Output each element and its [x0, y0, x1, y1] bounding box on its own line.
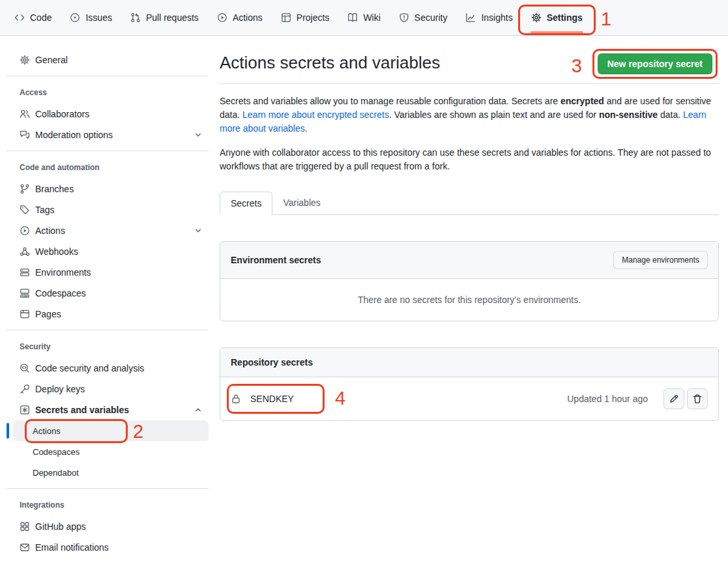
tab-label: Wiki [363, 12, 380, 23]
tab-label: Code [30, 12, 51, 23]
secret-name: SENDKEY [250, 394, 294, 404]
delete-secret-button[interactable] [687, 388, 708, 409]
tab-projects[interactable]: Projects [276, 7, 335, 28]
sidebar-item-label: Moderation options [35, 130, 113, 140]
sidebar-subitem-codespaces[interactable]: Codespaces [13, 441, 209, 462]
tab-label: Actions [233, 12, 263, 23]
sidebar-item-label: Environments [35, 267, 91, 278]
annotation-number-1: 1 [601, 10, 611, 29]
sidebar-section-title-access: Access [7, 81, 209, 104]
sidebar-subitem-dependabot[interactable]: Dependabot [13, 462, 209, 483]
sidebar-item-general[interactable]: General [7, 50, 209, 70]
codespaces-icon [20, 288, 30, 298]
sidebar-item-deploy-keys[interactable]: Deploy keys [7, 379, 209, 399]
chevron-down-icon [194, 227, 202, 235]
people-icon [20, 109, 30, 119]
repository-secrets-card: Repository secrets SENDKEY Updated 1 hou… [220, 347, 719, 421]
sidebar-item-tags[interactable]: Tags [7, 199, 209, 220]
tab-pull-requests[interactable]: Pull requests [125, 7, 204, 28]
annotation-number-4: 4 [335, 389, 345, 408]
tab-insights[interactable]: Insights [460, 7, 517, 28]
tag-icon [20, 205, 30, 215]
annotation-number-2: 2 [133, 422, 143, 441]
graph-icon [465, 12, 476, 23]
tab-code[interactable]: Code [9, 7, 57, 28]
sidebar-item-collaborators[interactable]: Collaborators [7, 104, 209, 124]
sidebar-item-label: Secrets and variables [35, 405, 129, 415]
sidebar-item-label: Collaborators [35, 109, 89, 119]
sidebar-subitem-actions[interactable]: Actions 2 [13, 420, 209, 441]
chevron-up-icon [194, 406, 202, 414]
git-pull-request-icon [130, 12, 141, 23]
code-icon [14, 12, 25, 23]
tab-security[interactable]: Security [394, 7, 453, 28]
repository-secrets-header: Repository secrets [220, 348, 718, 377]
browser-icon [20, 309, 30, 319]
new-secret-button-wrap: New repository secret 3 [598, 53, 712, 74]
divider [7, 330, 209, 330]
sidebar-item-actions[interactable]: Actions [7, 220, 209, 241]
sidebar-item-codespaces[interactable]: Codespaces [7, 283, 209, 304]
tab-wiki[interactable]: Wiki [342, 7, 385, 28]
new-repository-secret-button[interactable]: New repository secret [598, 53, 712, 74]
trash-icon [692, 394, 703, 404]
git-branch-icon [20, 184, 30, 194]
intro-paragraph-1: Secrets and variables allow you to manag… [220, 94, 719, 136]
intro-bold-non-sensitive: non-sensitive [599, 109, 658, 120]
shield-icon [399, 12, 409, 23]
gear-icon [531, 12, 542, 23]
tab-actions[interactable]: Actions [212, 7, 268, 28]
sidebar-item-webhooks[interactable]: Webhooks [7, 241, 209, 262]
play-icon [217, 12, 227, 23]
secret-name-cell: SENDKEY [231, 394, 294, 404]
sidebar-item-moderation-options[interactable]: Moderation options [7, 124, 209, 145]
secrets-variables-tabnav: Secrets Variables [220, 192, 719, 215]
tab-label: Insights [481, 12, 512, 23]
book-icon [347, 12, 358, 23]
environment-secrets-card: Environment secrets Manage environments … [220, 241, 719, 321]
sidebar-item-label: Branches [35, 184, 74, 194]
main-content: Actions secrets and variables New reposi… [220, 49, 719, 421]
sidebar-item-label: Deploy keys [35, 384, 85, 394]
play-icon [20, 225, 30, 236]
manage-environments-button[interactable]: Manage environments [613, 251, 708, 269]
chevron-down-icon [194, 131, 202, 139]
repo-tab-bar: Code Issues Pull requests Actions Projec… [0, 0, 728, 36]
table-icon [281, 12, 291, 23]
tab-label: Pull requests [146, 12, 199, 23]
key-icon [20, 384, 30, 394]
annotation-number-3: 3 [572, 57, 582, 76]
tab-issues[interactable]: Issues [65, 7, 117, 28]
sidebar-item-label: Codespaces [35, 288, 86, 298]
sidebar-item-label: Code security and analysis [35, 363, 144, 373]
tab-label: Security [415, 12, 448, 23]
intro-text: Secrets and variables allow you to manag… [220, 96, 561, 106]
tab-settings[interactable]: Settings 1 [526, 7, 588, 28]
webhook-icon [20, 246, 30, 257]
edit-secret-button[interactable] [663, 388, 684, 409]
settings-sidebar: General Access Collaborators Moderation … [7, 50, 209, 558]
environment-secrets-empty-text: There are no secrets for this repository… [220, 279, 718, 321]
tab-secrets[interactable]: Secrets [220, 192, 272, 215]
intro-bold-encrypted: encrypted [561, 96, 604, 106]
sidebar-section-title-code-automation: Code and automation [7, 156, 209, 179]
sidebar-item-environments[interactable]: Environments [7, 262, 209, 283]
environment-secrets-title: Environment secrets [231, 255, 321, 265]
tab-label: Issues [85, 12, 111, 23]
sidebar-item-label: Actions [33, 426, 61, 436]
sidebar-item-secrets-and-variables[interactable]: Secrets and variables [7, 399, 209, 420]
divider [7, 488, 209, 489]
environment-secrets-header: Environment secrets Manage environments [220, 242, 718, 279]
sidebar-item-label: General [35, 55, 68, 65]
sidebar-item-pages[interactable]: Pages [7, 304, 209, 325]
sidebar-item-github-apps[interactable]: GitHub apps [7, 516, 209, 537]
intro-paragraph-2: Anyone with collaborator access to this … [220, 146, 719, 173]
sidebar-item-code-security[interactable]: Code security and analysis [7, 358, 209, 379]
link-learn-encrypted-secrets[interactable]: Learn more about encrypted secrets [242, 109, 389, 120]
lock-icon [231, 394, 241, 404]
divider [7, 76, 209, 76]
sidebar-item-branches[interactable]: Branches [7, 179, 209, 199]
tab-label: Projects [297, 12, 330, 23]
sidebar-item-email-notifications[interactable]: Email notifications [7, 537, 209, 558]
tab-variables[interactable]: Variables [272, 192, 330, 214]
